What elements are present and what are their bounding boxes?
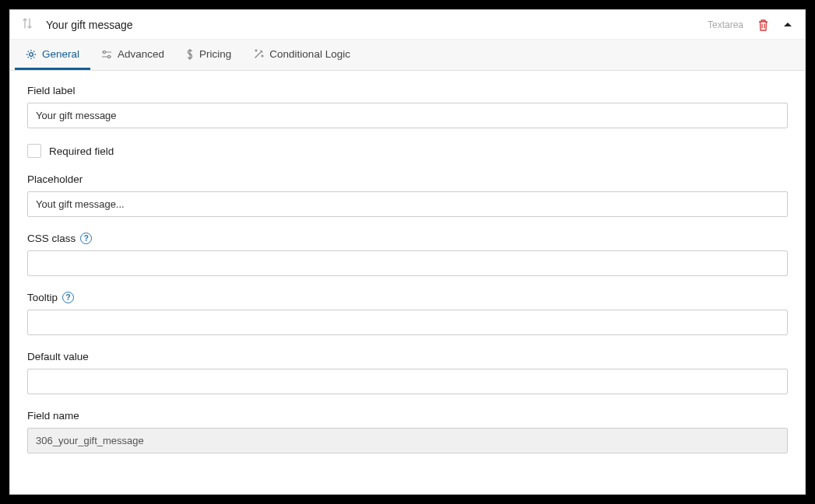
svg-point-1	[103, 51, 105, 53]
tab-label: Pricing	[199, 48, 231, 60]
tooltip-input[interactable]	[27, 310, 788, 335]
svg-point-0	[30, 52, 33, 56]
css-class-group: CSS class ?	[27, 233, 788, 276]
default-value-group: Default value	[27, 351, 788, 394]
sliders-icon	[101, 49, 112, 60]
form-content: Field label Required field Placeholder C…	[10, 71, 805, 483]
field-name-label: Field name	[27, 410, 788, 422]
placeholder-group: Placeholder	[27, 173, 788, 217]
tab-advanced[interactable]: Advanced	[90, 40, 175, 70]
required-checkbox[interactable]	[27, 144, 41, 158]
tooltip-label: Tooltip	[27, 292, 58, 303]
svg-point-2	[107, 55, 110, 58]
tab-bar: General Advanced Pricing Conditional Log…	[10, 40, 805, 71]
chevron-up-icon	[783, 22, 792, 28]
default-value-label: Default value	[27, 351, 788, 362]
field-editor-panel: Your gift message Textarea General Advan…	[9, 9, 806, 495]
field-label-input[interactable]	[27, 103, 788, 128]
tab-general[interactable]: General	[15, 40, 90, 70]
tab-label: Conditional Logic	[269, 48, 350, 60]
drag-handle-icon[interactable]	[23, 18, 32, 31]
panel-header: Your gift message Textarea	[10, 10, 805, 40]
panel-title: Your gift message	[46, 19, 708, 31]
field-name-group: Field name	[27, 410, 788, 453]
tooltip-group: Tooltip ?	[27, 292, 788, 335]
placeholder-label: Placeholder	[27, 173, 788, 185]
dollar-icon	[186, 49, 194, 60]
tab-conditional-logic[interactable]: Conditional Logic	[242, 40, 361, 70]
field-label-group: Field label	[27, 85, 788, 128]
field-label-label: Field label	[27, 85, 788, 96]
tab-label: Advanced	[118, 48, 164, 60]
collapse-button[interactable]	[783, 22, 792, 28]
required-field-row: Required field	[27, 144, 788, 158]
help-icon[interactable]: ?	[62, 292, 74, 303]
placeholder-input[interactable]	[27, 191, 788, 217]
tab-pricing[interactable]: Pricing	[175, 40, 242, 70]
css-class-label: CSS class	[27, 233, 76, 244]
wand-icon	[253, 49, 264, 60]
trash-icon	[757, 19, 769, 31]
field-name-input	[27, 428, 788, 453]
default-value-input[interactable]	[27, 369, 788, 394]
tab-label: General	[42, 48, 79, 60]
help-icon[interactable]: ?	[80, 233, 92, 244]
field-type-label: Textarea	[708, 19, 743, 30]
css-class-input[interactable]	[27, 250, 788, 276]
delete-button[interactable]	[757, 19, 769, 31]
required-label: Required field	[49, 145, 114, 157]
gear-icon	[26, 49, 37, 60]
